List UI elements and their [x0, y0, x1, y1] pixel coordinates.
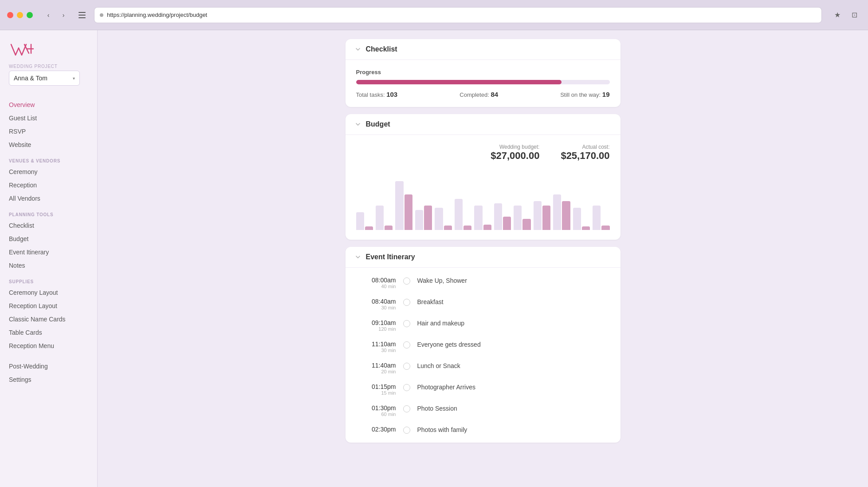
time-block: 09:10am 120 min	[356, 319, 396, 332]
sidebar-item-all-vendors[interactable]: All Vendors	[0, 192, 97, 205]
actual-bar	[562, 201, 570, 230]
completed-value: 84	[491, 91, 498, 98]
close-button[interactable]	[7, 12, 13, 18]
sidebar-item-budget[interactable]: Budget	[0, 232, 97, 245]
project-name: Anna & Tom	[14, 75, 47, 82]
budget-bar	[593, 206, 601, 230]
itinerary-row: 02:30pm Photos with family	[346, 421, 621, 438]
forward-button[interactable]: ›	[57, 8, 70, 22]
itinerary-dot	[403, 405, 410, 412]
time-duration: 20 min	[356, 369, 396, 374]
actual-bar	[385, 226, 393, 230]
time-block: 08:40am 30 min	[356, 298, 396, 310]
itinerary-body: 08:00am 40 min Wake Up, Shower 08:40am 3…	[346, 268, 621, 443]
itinerary-dot	[403, 384, 410, 391]
bookmark-button[interactable]: ★	[831, 8, 844, 22]
actual-cost-label: Actual cost:	[561, 144, 609, 150]
actual-bar	[582, 226, 590, 230]
sidebar-item-overview[interactable]: Overview	[0, 98, 97, 111]
itinerary-collapse-icon	[354, 253, 361, 261]
bar-group	[573, 208, 590, 230]
itinerary-row: 01:30pm 60 min Photo Session	[346, 400, 621, 421]
nav-buttons: ‹ ›	[42, 8, 70, 22]
sidebar-item-ceremony[interactable]: Ceremony	[0, 165, 97, 178]
time-duration: 120 min	[356, 326, 396, 332]
supplies-section-label: SUPPLIES	[0, 272, 97, 286]
sidebar-item-settings[interactable]: Settings	[0, 373, 97, 386]
sidebar-item-reception-layout[interactable]: Reception Layout	[0, 299, 97, 313]
sidebar-item-checklist[interactable]: Checklist	[0, 219, 97, 232]
total-tasks-stat: Total tasks: 103	[356, 91, 398, 98]
itinerary-header[interactable]: Event Itinerary	[346, 247, 621, 268]
chevron-down-icon: ▾	[73, 76, 75, 81]
bar-group	[593, 206, 609, 230]
time-duration: 60 min	[356, 412, 396, 417]
time-main: 08:40am	[356, 298, 396, 305]
sidebar-item-rsvp[interactable]: RSVP	[0, 125, 97, 138]
checklist-header[interactable]: Checklist	[346, 39, 621, 60]
content-inner: Checklist Progress Total tasks: 103 Comp…	[337, 30, 629, 459]
budget-bar-chart	[356, 169, 610, 231]
bar-group	[435, 208, 452, 230]
sidebar-item-post-wedding[interactable]: Post-Wedding	[0, 360, 97, 373]
time-main: 09:10am	[356, 319, 396, 326]
split-button[interactable]: ⊡	[848, 8, 861, 22]
itinerary-title: Event Itinerary	[366, 253, 415, 261]
sidebar-item-table-cards[interactable]: Table Cards	[0, 326, 97, 339]
minimize-button[interactable]	[17, 12, 23, 18]
completed-label: Completed:	[460, 91, 489, 98]
sidebar-item-website[interactable]: Website	[0, 138, 97, 151]
time-main: 02:30pm	[356, 426, 396, 433]
bar-group	[494, 203, 511, 230]
logo-area: WEDDING PROJECT Anna & Tom ▾	[0, 41, 97, 95]
wedding-budget-label: Wedding budget:	[491, 144, 539, 150]
sidebar-item-event-itinerary[interactable]: Event Itinerary	[0, 245, 97, 259]
budget-bar	[573, 208, 581, 230]
itinerary-item-title: Breakfast	[417, 298, 444, 305]
onway-stat: Still on the way: 19	[560, 91, 609, 98]
sidebar: WEDDING PROJECT Anna & Tom ▾ Overview Gu…	[0, 30, 98, 487]
itinerary-row: 08:40am 30 min Breakfast	[346, 293, 621, 315]
app-logo	[9, 41, 35, 59]
wedding-budget-item: Wedding budget: $27,000.00	[491, 144, 539, 162]
svg-rect-2	[79, 17, 86, 18]
actual-bar	[444, 226, 452, 230]
budget-bar	[415, 210, 423, 230]
bar-group	[474, 206, 491, 230]
sidebar-item-reception-menu[interactable]: Reception Menu	[0, 339, 97, 352]
budget-bar	[494, 203, 502, 230]
bar-group	[356, 212, 373, 230]
checklist-body: Progress Total tasks: 103 Completed: 84	[346, 60, 621, 107]
sidebar-item-classic-name-cards[interactable]: Classic Name Cards	[0, 313, 97, 326]
back-button[interactable]: ‹	[42, 8, 55, 22]
time-duration: 40 min	[356, 284, 396, 289]
time-block: 02:30pm	[356, 426, 396, 433]
sidebar-toggle-button[interactable]	[75, 8, 89, 22]
budget-bar	[474, 206, 482, 230]
budget-section: Budget Wedding budget: $27,000.00 Actual…	[346, 114, 621, 240]
maximize-button[interactable]	[27, 12, 33, 18]
itinerary-item-title: Photos with family	[417, 426, 467, 433]
sidebar-item-reception[interactable]: Reception	[0, 178, 97, 192]
address-bar[interactable]: https://planning.wedding/project/budget	[94, 7, 822, 23]
itinerary-row: 11:40am 20 min Lunch or Snack	[346, 357, 621, 379]
project-selector[interactable]: Anna & Tom ▾	[9, 71, 80, 86]
sidebar-item-ceremony-layout[interactable]: Ceremony Layout	[0, 286, 97, 299]
actual-bar	[424, 206, 432, 230]
itinerary-row: 11:10am 30 min Everyone gets dressed	[346, 336, 621, 357]
itinerary-item-title: Photo Session	[417, 404, 457, 412]
sidebar-item-notes[interactable]: Notes	[0, 259, 97, 272]
actual-bar	[365, 226, 373, 230]
itinerary-dot	[403, 341, 410, 348]
time-main: 08:00am	[356, 277, 396, 284]
itinerary-row: 08:00am 40 min Wake Up, Shower	[346, 272, 621, 293]
url-text: https://planning.wedding/project/budget	[107, 12, 207, 18]
sidebar-item-guest-list[interactable]: Guest List	[0, 111, 97, 125]
time-block: 11:40am 20 min	[356, 362, 396, 374]
budget-collapse-icon	[354, 121, 361, 128]
budget-header[interactable]: Budget	[346, 114, 621, 135]
budget-bar	[435, 208, 443, 230]
time-duration: 30 min	[356, 305, 396, 310]
time-main: 01:30pm	[356, 404, 396, 412]
budget-body: Wedding budget: $27,000.00 Actual cost: …	[346, 135, 621, 240]
